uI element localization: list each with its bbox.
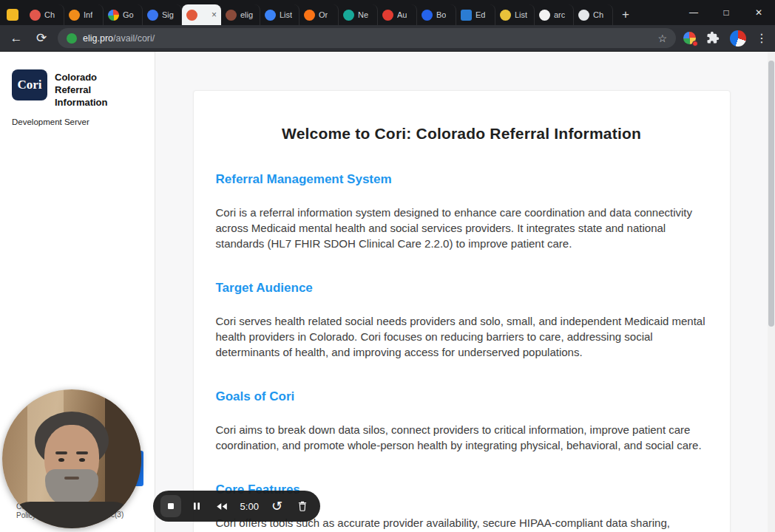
section-body: Cori serves health related social needs … [216,313,708,360]
tab-favicon [382,10,393,21]
section-heading: Referral Management System [216,172,708,187]
browser-tab[interactable]: List [495,4,535,25]
org-name: Colorado Referral Information [55,69,108,109]
rewind-icon[interactable] [211,495,232,517]
tab-favicon-google [108,10,119,21]
refresh-button[interactable]: ⟳ [33,30,50,47]
browser-tab-active[interactable]: × [182,4,221,25]
url-text: elig.pro/avail/cori/ [83,33,652,44]
tab-favicon [461,10,472,21]
tab-favicon [30,10,41,21]
tab-favicon-github [539,10,550,21]
tab-label: Or [319,10,328,19]
tab-label: Inf [84,10,92,19]
pinned-tab[interactable] [0,4,25,25]
main-content: Welcome to Cori: Colorado Referral Infor… [155,52,768,532]
org-line: Colorado [55,71,108,83]
stop-button[interactable] [160,495,181,517]
browser-tab[interactable]: Or [299,4,339,25]
section-heading: Target Audience [216,281,708,296]
close-button[interactable]: ✕ [742,0,775,25]
tab-label: elig [240,10,253,19]
bookmark-star-icon[interactable]: ☆ [657,33,667,44]
tab-favicon [343,10,354,21]
new-tab-button[interactable]: + [616,4,635,24]
site-favicon [67,33,77,44]
section-body: Cori aims to break down data silos, conn… [216,422,708,453]
tab-favicon [578,10,589,21]
tab-favicon [500,10,511,21]
tab-favicon [186,10,197,21]
minimize-button[interactable]: — [677,0,710,25]
tab-favicon [69,10,80,21]
webcam-person [76,451,88,454]
tab-favicon [422,10,433,21]
org-line: Information [55,96,108,109]
tab-label: Go [123,10,134,19]
browser-tab[interactable]: Bo [417,4,456,25]
browser-tab[interactable]: Ch [574,4,613,25]
toolbar-icons: ⋮ [683,30,768,47]
webcam-person [79,458,85,462]
section-heading: Goals of Cori [216,389,708,404]
browser-menu-icon[interactable]: ⋮ [756,31,768,45]
browser-tab[interactable]: Ne [339,4,378,25]
tab-label: Ed [476,10,485,19]
browser-tab[interactable]: Ch [25,4,64,25]
recording-time-label: 5:00 [237,501,262,512]
tab-favicon [147,10,158,21]
browser-tab[interactable]: arc [535,4,574,25]
extension-pinwheel-icon[interactable] [683,32,696,44]
pinned-tab-favicon [7,9,18,21]
tab-favicon [304,10,315,21]
section-body: Cori is a referral information system de… [216,205,708,251]
logo-row: Cori Colorado Referral Information [12,69,143,109]
delete-recording-icon[interactable] [292,495,313,517]
tab-strip: Ch Inf Go Sig × elig List Or Ne Au Bo Ed… [0,0,775,25]
cori-logo: Cori [12,69,47,100]
tab-label: List [280,10,292,19]
url-host: elig.pro [83,33,113,44]
url-path: /avail/cori/ [113,33,155,44]
tab-favicon [265,10,276,21]
window-controls: — □ ✕ [677,0,775,25]
page-title: Welcome to Cori: Colorado Referral Infor… [216,125,708,143]
browser-tab[interactable]: List [260,4,299,25]
org-line: Referral [55,83,108,96]
recording-controls: 5:00 ↺ [153,491,320,522]
extensions-puzzle-icon[interactable] [705,31,720,46]
webcam-person [55,451,67,454]
webcam-person [58,458,64,462]
restart-icon[interactable]: ↺ [266,495,287,517]
tab-label: List [515,10,527,19]
maximize-button[interactable]: □ [710,0,742,25]
webcam-person [64,477,79,480]
browser-tab[interactable]: Inf [64,4,104,25]
tab-label: Ch [44,10,55,19]
browser-tab[interactable]: elig [221,4,260,25]
content-card: Welcome to Cori: Colorado Referral Infor… [193,90,731,532]
tab-label: Ne [358,10,368,19]
tab-close-icon[interactable]: × [211,10,217,19]
browser-tab[interactable]: Go [104,4,143,25]
tab-label: Sig [162,10,174,19]
extension-badge [692,41,698,47]
browser-tab[interactable]: Au [378,4,417,25]
scrollbar-thumb[interactable] [768,61,774,327]
address-bar[interactable]: elig.pro/avail/cori/ ☆ [58,28,676,48]
profile-avatar[interactable] [730,30,746,47]
pause-button[interactable] [186,495,206,517]
tab-label: arc [554,10,565,19]
back-button[interactable]: ← [7,30,25,47]
tab-favicon [226,10,237,21]
dev-server-label: Development Server [12,117,143,126]
browser-tab[interactable]: Ed [456,4,495,25]
browser-tab[interactable]: Sig [143,4,182,25]
tab-label: Ch [593,10,603,19]
page-scrollbar [768,52,775,532]
browser-toolbar: ← ⟳ elig.pro/avail/cori/ ☆ ⋮ [0,25,775,52]
tab-label: Au [397,10,407,19]
webcam-video-overlay[interactable] [2,389,141,528]
tab-label: Bo [436,10,446,19]
